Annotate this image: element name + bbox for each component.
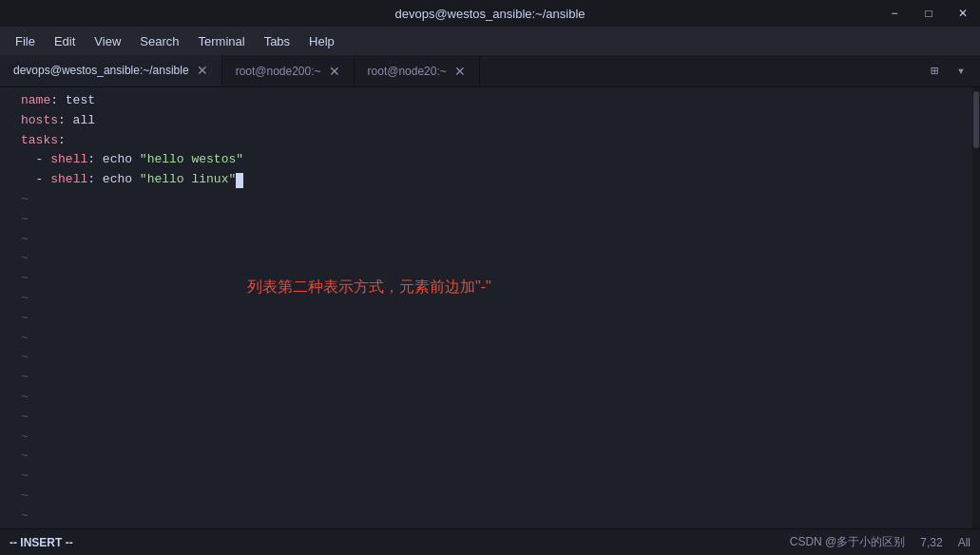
code-line-15: ~: [21, 368, 965, 388]
code-line-16: ~: [21, 388, 965, 408]
close-button[interactable]: ✕: [946, 0, 980, 27]
menu-view[interactable]: View: [86, 30, 128, 52]
code-line-7: ~: [21, 210, 965, 230]
tab-node200[interactable]: root@node200:~ ✕: [222, 55, 355, 86]
code-line-11: ~: [21, 289, 965, 309]
editor-area: name: test hosts: all tasks: - shell: ec…: [0, 87, 980, 528]
tab-node20[interactable]: root@node20:~ ✕: [355, 55, 480, 86]
menu-terminal[interactable]: Terminal: [191, 30, 253, 52]
tab-devops[interactable]: devops@westos_ansible:~/ansible ✕: [0, 55, 222, 86]
watermark: CSDN @多于小的区别: [790, 534, 906, 550]
code-line-22: ~: [21, 507, 965, 526]
title-bar: devops@westos_ansible:~/ansible − □ ✕: [0, 0, 980, 27]
code-line-2: hosts: all: [21, 111, 965, 131]
tab-label-devops: devops@westos_ansible:~/ansible: [13, 64, 189, 77]
code-line-20: ~: [21, 467, 965, 487]
code-line-3: tasks:: [21, 131, 965, 151]
code-content[interactable]: name: test hosts: all tasks: - shell: ec…: [13, 87, 972, 528]
tab-label-node20: root@node20:~: [368, 65, 447, 78]
tab-close-node200[interactable]: ✕: [329, 65, 340, 78]
code-line-6: ~: [21, 190, 965, 210]
code-line-10: ~: [21, 269, 965, 289]
maximize-button[interactable]: □: [912, 0, 946, 27]
tab-menu-button[interactable]: ▾: [950, 60, 972, 83]
code-line-9: ~: [21, 249, 965, 269]
code-line-21: ~: [21, 487, 965, 507]
code-line-4: - shell: echo "hello westos": [21, 150, 965, 170]
tab-label-node200: root@node200:~: [236, 65, 321, 78]
scrollbar[interactable]: [972, 87, 980, 528]
scrollbar-thumb[interactable]: [973, 91, 979, 148]
status-bar: -- INSERT -- CSDN @多于小的区别 7,32 All: [0, 528, 980, 555]
minimize-button[interactable]: −: [877, 0, 912, 27]
code-line-12: ~: [21, 309, 965, 329]
window-title: devops@westos_ansible:~/ansible: [394, 7, 585, 21]
tab-bar: devops@westos_ansible:~/ansible ✕ root@n…: [0, 55, 980, 87]
insert-mode-indicator: -- INSERT --: [10, 536, 73, 549]
code-line-17: ~: [21, 408, 965, 428]
window-controls: − □ ✕: [877, 0, 980, 27]
tab-close-devops[interactable]: ✕: [197, 64, 208, 77]
menu-tabs[interactable]: Tabs: [257, 30, 298, 52]
menu-help[interactable]: Help: [301, 30, 342, 52]
cursor-position: 7,32: [920, 536, 942, 549]
code-line-13: ~: [21, 329, 965, 349]
tab-close-node20[interactable]: ✕: [454, 65, 466, 78]
code-line-8: ~: [21, 230, 965, 250]
menu-search[interactable]: Search: [132, 30, 186, 52]
encoding: All: [958, 536, 970, 549]
code-line-5: - shell: echo "hello linux": [21, 170, 965, 190]
code-line-1: name: test: [21, 91, 965, 111]
menu-bar: File Edit View Search Terminal Tabs Help: [0, 27, 980, 55]
menu-file[interactable]: File: [8, 30, 43, 52]
tab-actions: ⊞ ▾: [915, 55, 980, 86]
text-cursor: [236, 173, 243, 188]
add-tab-button[interactable]: ⊞: [923, 60, 946, 83]
code-line-14: ~: [21, 348, 965, 368]
code-line-18: ~: [21, 428, 965, 448]
status-right: CSDN @多于小的区别 7,32 All: [790, 534, 970, 550]
menu-edit[interactable]: Edit: [47, 30, 83, 52]
line-numbers: [0, 87, 13, 528]
code-line-19: ~: [21, 447, 965, 467]
